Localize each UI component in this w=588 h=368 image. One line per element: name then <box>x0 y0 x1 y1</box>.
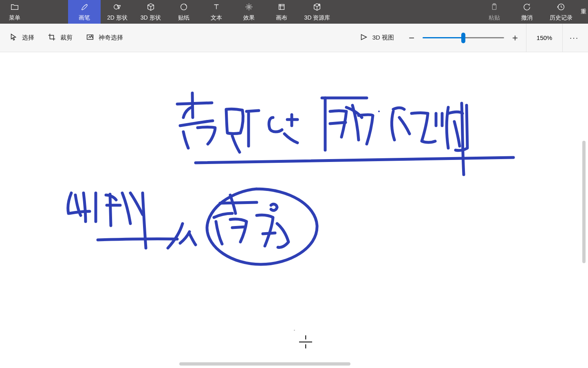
paste-button: 粘贴 <box>478 0 511 24</box>
view3d-toggle[interactable]: 3D 视图 <box>353 24 401 52</box>
menu-button[interactable]: 菜单 <box>0 0 29 24</box>
minus-icon: − <box>409 32 414 44</box>
sticker-icon <box>179 2 188 13</box>
crop-icon <box>47 33 56 43</box>
magic-select-tool[interactable]: 神奇选择 <box>79 24 130 52</box>
zoom-out-button[interactable]: − <box>401 24 423 52</box>
redo-button-partial[interactable]: 重 <box>579 0 588 24</box>
brush-icon <box>80 2 89 13</box>
horizontal-scrollbar[interactable] <box>179 362 350 366</box>
paste-icon <box>490 2 499 13</box>
select-label: 选择 <box>22 34 34 42</box>
effects-label: 效果 <box>243 14 255 22</box>
crop-tool[interactable]: 裁剪 <box>41 24 79 52</box>
ellipsis-icon: ··· <box>570 33 579 42</box>
shapes3d-label: 3D 形状 <box>141 14 161 22</box>
menu-label: 菜单 <box>9 14 20 22</box>
zoom-value: 150% <box>537 34 552 41</box>
shapes3d-tab[interactable]: 3D 形状 <box>134 0 167 24</box>
crop-label: 裁剪 <box>60 34 73 42</box>
sub-toolbar: 选择 裁剪 神奇选择 3D 视图 − + 150 <box>0 24 588 52</box>
brush-tab[interactable]: 画笔 <box>68 0 101 24</box>
more-button[interactable]: ··· <box>563 24 586 52</box>
zoom-in-button[interactable]: + <box>504 24 526 52</box>
text-tab[interactable]: 文本 <box>200 0 233 24</box>
undo-label: 撤消 <box>521 14 533 22</box>
undo-button[interactable]: 撤消 <box>511 0 543 24</box>
main-toolbar: 菜单 画笔 2D 形状 3D 形状 贴纸 文本 效果 <box>0 0 588 24</box>
library-icon <box>313 2 322 13</box>
zoom-readout[interactable]: 150% <box>526 24 563 52</box>
effects-tab[interactable]: 效果 <box>233 0 265 24</box>
drawing-canvas[interactable] <box>4 52 568 368</box>
magic-icon <box>86 33 95 43</box>
zoom-track <box>423 37 504 38</box>
zoom-slider[interactable] <box>423 24 504 52</box>
vertical-scrollbar[interactable] <box>582 141 586 263</box>
shapes2d-label: 2D 形状 <box>107 14 128 22</box>
history-button[interactable]: 历史记录 <box>543 0 579 24</box>
canvas-icon <box>277 2 286 13</box>
handwriting-strokes <box>4 52 566 368</box>
svg-point-2 <box>248 6 250 8</box>
zoom-thumb[interactable] <box>461 33 465 43</box>
cursor-icon <box>9 33 18 43</box>
svg-point-1 <box>181 4 187 10</box>
brush-label: 画笔 <box>79 14 90 22</box>
stickers-label: 贴纸 <box>178 14 189 22</box>
folder-icon <box>10 2 19 13</box>
select-tool[interactable]: 选择 <box>2 24 41 52</box>
undo-icon <box>522 2 531 13</box>
stickers-tab[interactable]: 贴纸 <box>167 0 200 24</box>
redo-label-partial: 重 <box>581 8 586 16</box>
magic-label: 神奇选择 <box>99 34 123 42</box>
play3d-icon <box>359 33 368 43</box>
library3d-tab[interactable]: 3D 资源库 <box>298 0 337 24</box>
plus-icon: + <box>512 32 518 44</box>
cube-icon <box>146 2 155 13</box>
view3d-label: 3D 视图 <box>372 34 394 42</box>
svg-point-8 <box>378 111 380 112</box>
history-label: 历史记录 <box>550 14 573 22</box>
history-icon <box>557 2 566 13</box>
shapes2d-tab[interactable]: 2D 形状 <box>101 0 134 24</box>
effects-icon <box>244 2 253 13</box>
paste-label: 粘贴 <box>489 14 500 22</box>
shapes2d-icon <box>113 2 122 13</box>
text-icon <box>212 2 221 13</box>
text-label: 文本 <box>211 14 222 22</box>
stray-dot <box>294 330 295 331</box>
canvas-tab[interactable]: 画布 <box>265 0 298 24</box>
library3d-label: 3D 资源库 <box>304 14 330 22</box>
canvas-label: 画布 <box>276 14 287 22</box>
